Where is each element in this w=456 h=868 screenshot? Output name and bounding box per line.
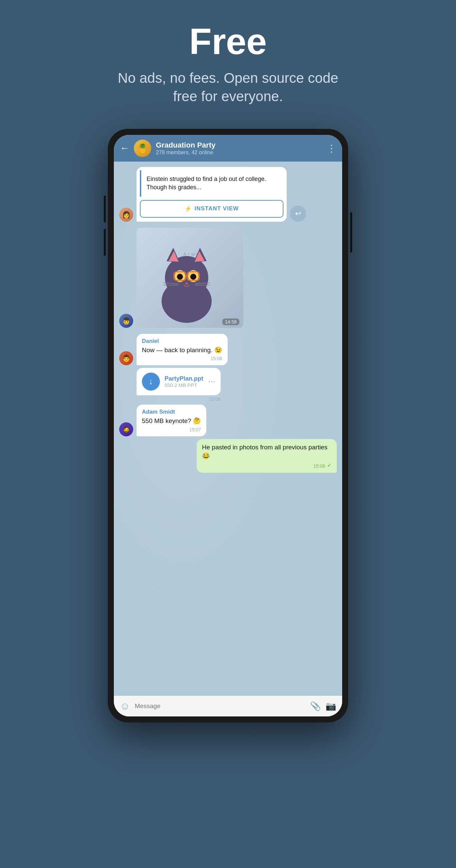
message-sticker: 👦 A = πr²V = l³P = 2πrA = πr²s = √(r²+h²… xyxy=(119,224,337,331)
message-file: ↓ PartyPlan.ppt 550.2 MB PPT ⋯ 15:06 xyxy=(119,368,337,402)
message-sent: He pasted in photos from all previous pa… xyxy=(119,439,337,473)
file-download-button[interactable]: ↓ xyxy=(142,373,160,391)
time-adam: 15:07 xyxy=(142,427,201,432)
share-icon: ↩ xyxy=(295,209,301,218)
camera-button[interactable]: 📷 xyxy=(326,701,336,711)
bubble-daniel: Daniel Now — back to planning. 😉 15:06 xyxy=(136,334,228,366)
svg-point-1 xyxy=(165,256,208,300)
sticker-image: A = πr²V = l³P = 2πrA = πr²s = √(r²+h²)A… xyxy=(136,228,243,328)
back-button[interactable]: ← xyxy=(120,143,129,154)
group-avatar-emoji: 🍍 xyxy=(137,143,148,154)
svg-point-8 xyxy=(177,274,183,280)
file-name: PartyPlan.ppt xyxy=(164,375,203,382)
group-avatar[interactable]: 🍍 xyxy=(134,140,151,157)
chat-info: Graduation Party 278 members, 42 online xyxy=(156,141,322,156)
hero-title: Free xyxy=(189,20,267,62)
group-name: Graduation Party xyxy=(156,141,322,150)
instant-view-label: INSTANT VIEW xyxy=(194,205,239,212)
message-input[interactable] xyxy=(135,703,305,710)
chat-header: ← 🍍 Graduation Party 278 members, 42 onl… xyxy=(114,135,342,162)
article-bubble: Einstein struggled to find a job out of … xyxy=(136,167,287,221)
file-bubble: ↓ PartyPlan.ppt 550.2 MB PPT ⋯ xyxy=(136,368,221,395)
download-icon: ↓ xyxy=(149,377,153,386)
avatar-user1-emoji: 👩 xyxy=(122,211,130,219)
file-size: 550.2 MB PPT xyxy=(164,382,203,388)
time-daniel: 15:06 xyxy=(142,356,222,361)
side-button-volume-up xyxy=(104,196,106,222)
text-sent: He pasted in photos from all previous pa… xyxy=(202,443,332,461)
avatar-daniel: 👨 xyxy=(119,351,133,365)
cat-sticker-svg xyxy=(153,244,220,324)
lightning-icon: ⚡ xyxy=(185,205,192,212)
attach-button[interactable]: 📎 xyxy=(310,701,321,711)
sender-daniel: Daniel xyxy=(142,338,222,344)
side-button-power xyxy=(350,212,352,252)
chat-input-bar: ☺ 📎 📷 xyxy=(114,696,342,716)
group-members-info: 278 members, 42 online xyxy=(156,150,322,156)
article-preview-text: Einstein struggled to find a job out of … xyxy=(140,170,283,196)
read-check-icon: ✓ xyxy=(327,462,332,468)
phone-screen: ← 🍍 Graduation Party 278 members, 42 onl… xyxy=(114,135,342,716)
svg-point-9 xyxy=(190,274,196,280)
file-more-button[interactable]: ⋯ xyxy=(208,377,215,386)
message-article: 👩 Einstein struggled to find a job out o… xyxy=(119,167,337,221)
phone-frame: ← 🍍 Graduation Party 278 members, 42 onl… xyxy=(108,129,348,722)
text-daniel: Now — back to planning. 😉 xyxy=(142,346,222,355)
instant-view-button[interactable]: ⚡ INSTANT VIEW xyxy=(140,200,283,218)
avatar-daniel-emoji: 👨 xyxy=(122,354,130,362)
hero-subtitle: No ads, no fees. Open source code free f… xyxy=(111,69,345,105)
sticker-time: 14:58 xyxy=(222,318,239,325)
bubble-sent: He pasted in photos from all previous pa… xyxy=(196,439,337,473)
avatar-adam: 🧔 xyxy=(119,422,133,436)
emoji-button[interactable]: ☺ xyxy=(120,701,130,712)
share-button[interactable]: ↩ xyxy=(290,206,306,222)
more-options-button[interactable]: ⋮ xyxy=(327,143,336,154)
message-daniel: 👨 Daniel Now — back to planning. 😉 15:06 xyxy=(119,334,337,366)
chat-body: 👩 Einstein struggled to find a job out o… xyxy=(114,162,342,696)
message-adam: 🧔 Adam Smidt 550 MB keynote? 🤔 15:07 xyxy=(119,405,337,436)
avatar-adam-emoji: 🧔 xyxy=(122,425,130,433)
avatar-user2-emoji: 👦 xyxy=(122,317,130,325)
file-info: PartyPlan.ppt 550.2 MB PPT xyxy=(164,375,203,388)
file-time: 15:06 xyxy=(136,397,221,402)
bubble-adam: Adam Smidt 550 MB keynote? 🤔 15:07 xyxy=(136,405,206,436)
avatar-user1: 👩 xyxy=(119,208,133,222)
text-adam: 550 MB keynote? 🤔 xyxy=(142,416,201,426)
side-button-volume-down xyxy=(104,229,106,256)
time-sent: 15:08 xyxy=(313,463,325,469)
sent-time-row: 15:08 ✓ xyxy=(202,462,332,469)
avatar-user2: 👦 xyxy=(119,314,133,328)
sender-adam: Adam Smidt xyxy=(142,409,201,415)
